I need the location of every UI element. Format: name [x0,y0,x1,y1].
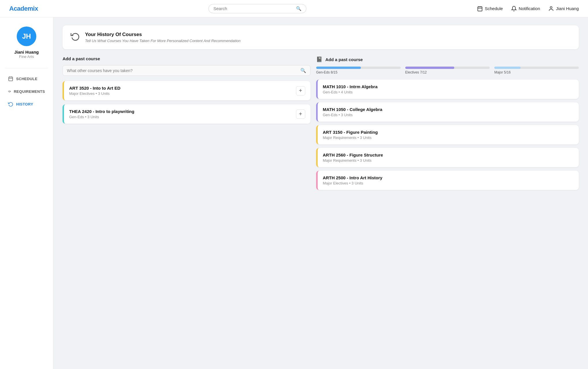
course-code-math1010: MATH 1010 [323,84,346,89]
course-title-art3520: Into to Art ED [93,86,120,91]
course-dash-arth2560: - [347,153,349,157]
svg-point-4 [550,6,552,8]
progress-geneds-label: Gen-Eds 8/15 [316,70,401,74]
course-code-art3520: ART 3520 [69,86,89,91]
course-search-bar[interactable]: 🔍 [63,65,310,76]
course-dash-thea2420: - [93,109,95,114]
course-card-arth2560: ARTH 2560 - Figure Structure Major Requi… [316,148,579,167]
history-nav-icon [8,101,13,107]
course-card-thea2420: THEA 2420 - Intro to playwriting Gen-Eds… [63,104,310,124]
course-name-math1050: MATH 1050 - College Algebra [323,107,574,112]
sidebar-item-history[interactable]: HISTORY [5,98,48,110]
progress-bars: Gen-Eds 8/15 Electives 7/12 Major 5/16 [316,67,579,74]
main-content: Your History Of Courses Tell Us What Cou… [53,17,588,369]
course-meta-arth2560: Major Requirements • 3 Units [323,158,574,163]
course-card-art3150: ART 3150 - Figure Painting Major Require… [316,125,579,144]
course-meta-thea2420: Gen-Eds • 3 Units [69,115,134,119]
course-code-thea2420: THEA 2420 [69,109,92,114]
banner-title: Your History Of Courses [85,32,241,37]
course-title-art3150: Figure Painting [346,130,378,135]
course-search-input[interactable] [67,68,300,73]
right-section-title: Add a past course [325,57,363,62]
search-input[interactable] [213,6,294,11]
course-code-arth2560: ARTH 2560 [323,153,346,157]
course-dash-arth2500: - [347,175,349,180]
sidebar-item-requirements[interactable]: REQUIREMENTS [5,86,48,97]
avatar: JH [17,27,36,46]
user-action[interactable]: Jiani Huang [548,6,579,12]
sidebar-user-name: Jiani Huang [14,50,39,54]
header-actions: Schedule Notification Jiani Huang [477,6,579,12]
schedule-action[interactable]: Schedule [477,6,503,12]
course-code-arth2500: ARTH 2500 [323,175,346,180]
sidebar-history-label: HISTORY [16,102,33,106]
svg-rect-0 [478,7,482,11]
course-card-math1050: MATH 1050 - College Algebra Gen-Eds • 3 … [316,102,579,122]
course-search-icon: 🔍 [300,68,306,73]
course-meta-art3150: Major Requirements • 3 Units [323,135,574,140]
progress-electives-fill [405,67,454,69]
course-dash-art3520: - [90,86,93,91]
course-title-arth2560: Figure Structure [349,153,383,157]
history-banner-icon [71,32,80,43]
right-panel: 📓 Add a past course Gen-Eds 8/15 [316,56,579,193]
sidebar-requirements-label: REQUIREMENTS [14,89,45,94]
course-name-thea2420: THEA 2420 - Intro to playwriting [69,109,134,114]
two-column-layout: Add a past course 🔍 ART 3520 - Into to A… [63,56,579,193]
history-banner-text: Your History Of Courses Tell Us What Cou… [85,32,241,43]
main-layout: JH Jiani Huang Fine Arts SCHEDULE REQUIR… [0,17,588,369]
progress-electives-label: Electives 7/12 [405,70,490,74]
progress-major: Major 5/16 [494,67,579,74]
notification-label: Notification [519,6,540,11]
schedule-nav-icon [8,76,13,81]
progress-geneds-track [316,67,401,69]
schedule-label: Schedule [485,6,503,11]
left-section-title: Add a past course [63,56,310,61]
sidebar-divider [5,68,48,68]
course-name-arth2500: ARTH 2500 - Intro Art History [323,175,574,180]
notebook-icon: 📓 [316,56,323,63]
add-course-art3520-button[interactable]: + [296,86,305,95]
course-name-art3520: ART 3520 - Into to Art ED [69,86,120,91]
course-name-math1010: MATH 1010 - Intrm Algebra [323,84,574,89]
history-icon [71,32,80,41]
course-title-arth2500: Intro Art History [349,175,382,180]
bell-icon [511,6,517,12]
course-code-art3150: ART 3150 [323,130,342,135]
course-info-thea2420: THEA 2420 - Intro to playwriting Gen-Eds… [69,109,134,119]
sidebar-schedule-label: SCHEDULE [16,77,37,81]
course-code-math1050: MATH 1050 [323,107,346,112]
course-title-math1050: College Algebra [350,107,382,112]
add-course-thea2420-button[interactable]: + [296,110,305,119]
progress-geneds: Gen-Eds 8/15 [316,67,401,74]
sidebar-item-schedule[interactable]: SCHEDULE [5,73,48,84]
progress-major-track [494,67,579,69]
history-banner: Your History Of Courses Tell Us What Cou… [63,25,579,49]
progress-major-label: Major 5/16 [494,70,579,74]
progress-geneds-fill [316,67,361,69]
course-meta-arth2500: Major Electives • 3 Units [323,181,574,185]
user-name-label: Jiani Huang [556,6,579,11]
course-meta-math1050: Gen-Eds • 3 Units [323,113,574,117]
user-icon [548,6,554,12]
course-title-thea2420: Intro to playwriting [95,109,134,114]
app-logo: Academix [9,5,38,12]
course-name-arth2560: ARTH 2560 - Figure Structure [323,153,574,157]
course-dash-math1050: - [347,107,350,112]
course-dash-math1010: - [347,84,350,89]
sidebar: JH Jiani Huang Fine Arts SCHEDULE REQUIR… [0,17,53,369]
search-icon: 🔍 [296,6,301,11]
left-panel: Add a past course 🔍 ART 3520 - Into to A… [63,56,310,193]
course-card-art3520: ART 3520 - Into to Art ED Major Elective… [63,81,310,100]
progress-electives-track [405,67,490,69]
course-dash-art3150: - [344,130,346,135]
notification-action[interactable]: Notification [511,6,540,12]
requirements-nav-icon [8,89,11,94]
sidebar-nav: SCHEDULE REQUIREMENTS HISTORY [0,73,53,111]
search-bar[interactable]: 🔍 [208,4,306,13]
sidebar-user-dept: Fine Arts [19,54,34,59]
course-meta-art3520: Major Electives • 3 Units [69,91,120,96]
course-name-art3150: ART 3150 - Figure Painting [323,130,574,135]
svg-rect-5 [9,77,13,81]
course-info-art3520: ART 3520 - Into to Art ED Major Elective… [69,86,120,96]
